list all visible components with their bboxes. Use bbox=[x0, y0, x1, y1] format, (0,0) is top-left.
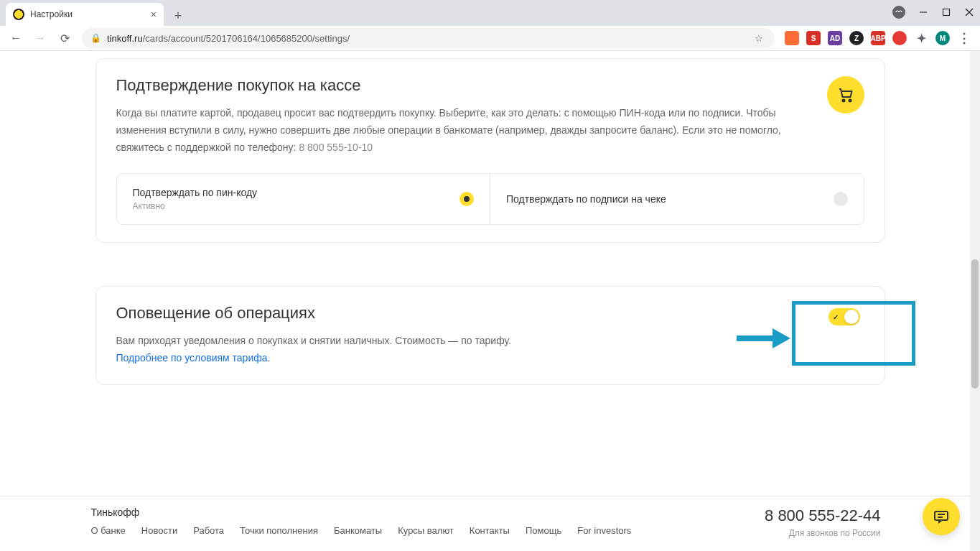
card-title: Оповещение об операциях bbox=[116, 304, 864, 323]
support-phone: 8 800 555-10-10 bbox=[299, 142, 373, 153]
extension-icon[interactable]: ABP bbox=[871, 31, 885, 45]
svg-rect-1 bbox=[943, 9, 950, 16]
extensions-menu-icon[interactable]: ✦ bbox=[914, 31, 928, 45]
minimize-button[interactable] bbox=[918, 7, 928, 17]
confirm-by-pin-option[interactable]: Подтверждать по пин-коду Активно bbox=[117, 174, 490, 224]
profile-badge-icon[interactable] bbox=[892, 6, 905, 19]
notifications-toggle[interactable]: ✓ bbox=[829, 308, 860, 325]
purchase-confirmation-card: Подтверждение покупок на кассе Когда вы … bbox=[95, 58, 885, 243]
footer-link-about[interactable]: О банке bbox=[91, 525, 126, 536]
tab-title: Настройки bbox=[30, 9, 145, 19]
option-label: Подтверждать по пин-коду bbox=[133, 187, 258, 198]
footer-phone: 8 800 555-22-44 bbox=[765, 506, 880, 525]
footer-links: О банке Новости Работа Точки пополнения … bbox=[91, 525, 632, 536]
browser-menu-icon[interactable]: ⋮ bbox=[957, 31, 971, 45]
extension-icon[interactable]: S bbox=[806, 31, 821, 45]
footer-link-investors[interactable]: For investors bbox=[577, 525, 631, 536]
operation-notifications-card: Оповещение об операциях Вам приходят уве… bbox=[95, 286, 885, 385]
maximize-button[interactable] bbox=[941, 7, 951, 17]
radio-active-icon bbox=[459, 192, 474, 206]
address-bar: ← → ⟳ 🔒 tinkoff.ru/cards/account/5201706… bbox=[0, 26, 980, 51]
extension-icons: S AD Z ABP ✦ M ⋮ bbox=[785, 31, 971, 45]
footer-link-news[interactable]: Новости bbox=[141, 525, 177, 536]
footer-link-help[interactable]: Помощь bbox=[526, 525, 561, 536]
extension-icon[interactable]: Z bbox=[849, 31, 864, 45]
tab-bar: Настройки × + bbox=[0, 0, 980, 26]
close-window-button[interactable] bbox=[964, 7, 974, 17]
radio-inactive-icon bbox=[834, 192, 848, 206]
option-label: Подтверждать по подписи на чеке bbox=[506, 193, 666, 205]
tariff-details-link[interactable]: Подробнее по условиям тарифа bbox=[116, 352, 268, 364]
svg-point-5 bbox=[849, 100, 851, 102]
browser-chrome: Настройки × + ← → ⟳ 🔒 tinkoff.ru/cards bbox=[0, 0, 980, 51]
card-description: Вам приходят уведомления о покупках и сн… bbox=[116, 333, 864, 367]
option-status: Активно bbox=[133, 201, 258, 211]
page-content: Подтверждение покупок на кассе Когда вы … bbox=[0, 51, 980, 551]
browser-tab[interactable]: Настройки × bbox=[6, 3, 164, 26]
card-description: Когда вы платите картой, продавец просит… bbox=[116, 105, 791, 156]
profile-avatar-icon[interactable]: M bbox=[935, 31, 950, 45]
footer-phone-caption: Для звонков по России bbox=[765, 528, 880, 538]
confirm-method-options: Подтверждать по пин-коду Активно Подтвер… bbox=[116, 173, 864, 225]
footer-link-atms[interactable]: Банкоматы bbox=[334, 525, 382, 536]
footer-link-contacts[interactable]: Контакты bbox=[470, 525, 510, 536]
reload-button[interactable]: ⟳ bbox=[57, 32, 72, 45]
lock-icon: 🔒 bbox=[90, 33, 101, 43]
favicon-icon bbox=[13, 9, 24, 20]
page-footer: Тинькофф О банке Новости Работа Точки по… bbox=[0, 496, 971, 551]
toggle-knob bbox=[844, 310, 859, 324]
chat-button[interactable] bbox=[923, 498, 960, 535]
footer-link-jobs[interactable]: Работа bbox=[193, 525, 224, 536]
url-text: tinkoff.ru/cards/account/5201706164/1065… bbox=[107, 33, 746, 44]
confirm-by-signature-option[interactable]: Подтверждать по подписи на чеке bbox=[490, 174, 864, 224]
forward-button[interactable]: → bbox=[33, 32, 47, 45]
check-icon: ✓ bbox=[833, 313, 839, 321]
back-button[interactable]: ← bbox=[9, 32, 23, 45]
svg-rect-8 bbox=[935, 511, 948, 520]
card-title: Подтверждение покупок на кассе bbox=[116, 76, 864, 95]
bookmark-star-icon[interactable]: ☆ bbox=[752, 33, 766, 44]
url-field[interactable]: 🔒 tinkoff.ru/cards/account/5201706164/10… bbox=[82, 28, 775, 48]
extension-icon[interactable] bbox=[785, 31, 799, 45]
new-tab-button[interactable]: + bbox=[168, 6, 188, 26]
footer-link-topup[interactable]: Точки пополнения bbox=[240, 525, 318, 536]
footer-brand: Тинькофф bbox=[91, 506, 632, 518]
extension-icon[interactable] bbox=[892, 31, 907, 45]
chat-icon bbox=[933, 508, 950, 525]
cart-icon bbox=[827, 76, 864, 114]
window-controls bbox=[892, 6, 974, 19]
footer-link-rates[interactable]: Курсы валют bbox=[398, 525, 454, 536]
extension-icon[interactable]: AD bbox=[828, 31, 842, 45]
notifications-toggle-wrap: ✓ bbox=[824, 304, 864, 330]
svg-point-4 bbox=[842, 100, 844, 102]
close-tab-icon[interactable]: × bbox=[151, 9, 157, 20]
